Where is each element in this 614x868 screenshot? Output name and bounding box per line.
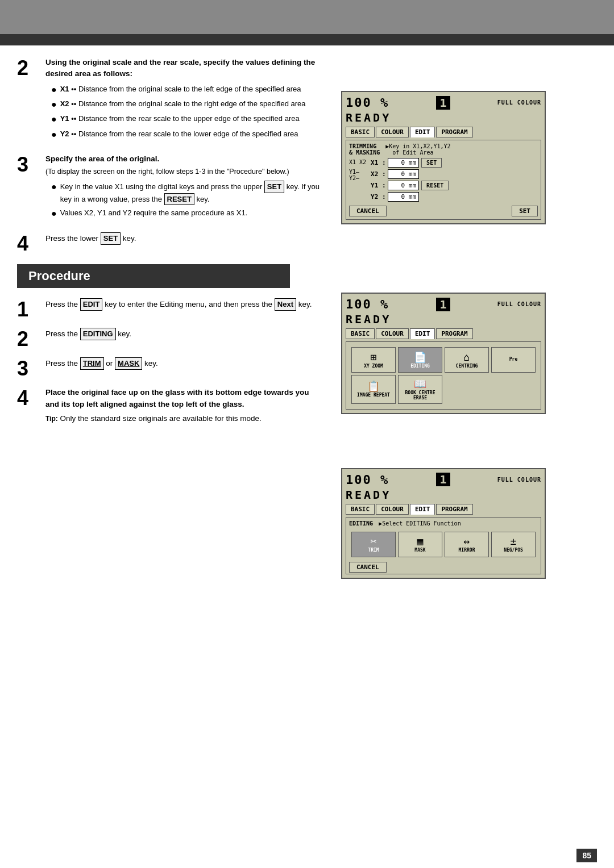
page-layout: 2 Using the original scale and the rear … — [17, 57, 597, 587]
tip-text-content: Only the standard size originals are ava… — [60, 414, 262, 423]
proc-step-3-number: 3 — [17, 357, 45, 379]
step-2-heading: Using the original scale and the rear sc… — [45, 58, 315, 78]
bullet-dot: ● — [51, 128, 57, 141]
proc2-tab-edit[interactable]: EDIT — [410, 504, 435, 515]
page-number: 85 — [576, 849, 597, 862]
icon-neg-pos[interactable]: ± NEG/POS — [491, 532, 536, 557]
proc-step-4-number: 4 — [17, 387, 45, 424]
right-column: 100 % 1 FULL COLOUR READY BASIC COLOUR E… — [341, 57, 546, 587]
proc2-tab-colour[interactable]: COLOUR — [376, 504, 409, 515]
step-3-sub: (To display the screen on the right, fol… — [45, 166, 324, 177]
editing-icon-label: EDITING — [410, 364, 430, 369]
lcd-tab-program[interactable]: PROGRAM — [436, 127, 472, 137]
field-x1: X1 : 0 mm SET — [371, 158, 538, 168]
centring-glyph: ⌂ — [464, 351, 470, 363]
step-3-bullet-2: ● Values X2, Y1 and Y2 require the same … — [51, 207, 324, 220]
set-btn-x1[interactable]: SET — [421, 158, 442, 168]
lcd-tab-colour[interactable]: COLOUR — [376, 127, 409, 137]
procedure-title: Procedure — [28, 269, 90, 283]
bullet-y2: ● Y2 •• Distance from the rear scale to … — [51, 128, 324, 141]
lcd-header-top: 100 % 1 FULL COLOUR — [346, 95, 541, 110]
step-2-number: 2 — [17, 57, 45, 143]
proc1-tab-edit[interactable]: EDIT — [410, 328, 435, 339]
lcd-number-proc2: 1 — [436, 473, 450, 486]
mask-icon-label: MASK — [414, 548, 425, 553]
field-x2: X2 : 0 mm — [371, 169, 538, 179]
mirror-icon-label: MIRROR — [459, 548, 475, 553]
y2-field-label: Y2 : — [371, 193, 388, 201]
proc1-tab-colour[interactable]: COLOUR — [376, 328, 409, 339]
icon-editing[interactable]: 📄 EDITING — [398, 347, 442, 373]
icon-centring[interactable]: ⌂ CENTRING — [445, 347, 489, 373]
neg-pos-icon-label: NEG/POS — [504, 548, 523, 553]
bullet-x1-text: X1 •• Distance from the original scale t… — [60, 84, 301, 95]
bullet-x2-text: X2 •• Distance from the original scale t… — [60, 98, 306, 110]
cancel-btn-top[interactable]: CANCEL — [349, 206, 387, 216]
proc-step-3-content: Press the TRIM or MASK key. — [45, 357, 330, 379]
y2-value: 0 mm — [388, 192, 419, 202]
bullet-y2-text: Y2 •• Distance from the rear scale to th… — [60, 128, 298, 140]
lcd-number-proc1: 1 — [436, 298, 450, 311]
proc-step-2-text: Press the EDITING key. — [45, 328, 324, 340]
proc-step-2-content: Press the EDITING key. — [45, 328, 330, 349]
reset-btn[interactable]: RESET — [421, 181, 449, 190]
lcd-ready-top: READY — [346, 111, 541, 124]
proc2-tab-program[interactable]: PROGRAM — [436, 504, 472, 515]
step-4-number: 4 — [17, 232, 45, 254]
lcd-tab-edit[interactable]: EDIT — [410, 127, 435, 137]
set-btn-bottom[interactable]: SET — [512, 206, 538, 216]
icon-image-repeat[interactable]: 📋 IMAGE REPEAT — [351, 375, 396, 404]
xy-zoom-glyph: ⊞ — [371, 351, 377, 363]
y1-field-label: Y1 : — [371, 182, 388, 189]
image-repeat-glyph: 📋 — [367, 380, 380, 392]
lcd-ready-proc1: READY — [346, 312, 541, 326]
lcd-header-proc2: 100 % 1 FULL COLOUR — [346, 473, 541, 487]
set-key-lower: SET — [101, 232, 121, 245]
step-3-bullet-2-text: Values X2, Y1 and Y2 require the same pr… — [60, 207, 248, 219]
step-3-section: 3 Specify the area of the original. (To … — [17, 153, 330, 222]
cancel-btn-proc2[interactable]: CANCEL — [349, 562, 387, 573]
main-content: 2 Using the original scale and the rear … — [0, 45, 614, 599]
neg-pos-glyph: ± — [511, 535, 517, 547]
proc-step-4-section: 4 Place the original face up on the glas… — [17, 387, 330, 424]
pre-label: Pre — [509, 357, 517, 362]
proc1-tab-basic[interactable]: BASIC — [346, 328, 375, 339]
reset-key: RESET — [164, 193, 194, 206]
icon-xy-zoom[interactable]: ⊞ XY ZOOM — [351, 347, 396, 373]
lcd-body-proc2: EDITING ▶Select EDITING Function ✂ TRIM … — [346, 517, 541, 574]
y1-value: 0 mm — [388, 181, 419, 190]
icon-empty-2 — [491, 375, 536, 404]
field-y2: Y2 : 0 mm — [371, 192, 538, 202]
icon-mirror[interactable]: ↔ MIRROR — [445, 532, 489, 557]
mask-key: MASK — [115, 357, 142, 370]
trim-glyph: ✂ — [371, 535, 377, 547]
step-3-content: Specify the area of the original. (To di… — [45, 153, 330, 222]
proc1-tab-program[interactable]: PROGRAM — [436, 328, 472, 339]
icon-pre[interactable]: Pre — [491, 347, 536, 373]
bullet-x2: ● X2 •• Distance from the original scale… — [51, 98, 324, 111]
icon-book-centre[interactable]: 📖 BOOK CENTRE ERASE — [398, 375, 442, 404]
step-2-content: Using the original scale and the rear sc… — [45, 57, 330, 143]
proc-step-1-section: 1 Press the EDIT key to enter the Editin… — [17, 298, 330, 320]
x1-value: 0 mm — [388, 158, 419, 168]
icon-mask[interactable]: ▦ MASK — [398, 532, 442, 557]
bullet-dot: ● — [51, 181, 57, 193]
mirror-glyph: ↔ — [464, 535, 470, 547]
lcd-tabs-proc2: BASIC COLOUR EDIT PROGRAM — [346, 504, 541, 515]
trim-icon-label: TRIM — [368, 548, 379, 553]
top-bar-inner — [0, 34, 614, 45]
step-4-content: Press the lower SET key. — [45, 232, 330, 254]
lcd-label-xy: ▶Key in X1,X2,Y1,Y2 of Edit Area — [385, 143, 450, 156]
lcd-tab-basic[interactable]: BASIC — [346, 127, 375, 137]
lcd-labels-row: TRIMMING& MASKING ▶Key in X1,X2,Y1,Y2 of… — [349, 143, 538, 156]
bullet-dot: ● — [51, 207, 57, 220]
image-repeat-label: IMAGE REPEAT — [357, 393, 390, 398]
y2-label: Y2– — [349, 175, 366, 181]
step-3-bullet-1: ● Key in the value X1 using the digital … — [51, 181, 324, 205]
set-key-upper: SET — [264, 181, 284, 193]
icon-trim[interactable]: ✂ TRIM — [351, 532, 396, 557]
lcd-tabs-top: BASIC COLOUR EDIT PROGRAM — [346, 127, 541, 137]
proc2-tab-basic[interactable]: BASIC — [346, 504, 375, 515]
lcd-screen-proc2: 100 % 1 FULL COLOUR READY BASIC COLOUR E… — [341, 468, 546, 579]
step-4-section: 4 Press the lower SET key. — [17, 232, 330, 254]
